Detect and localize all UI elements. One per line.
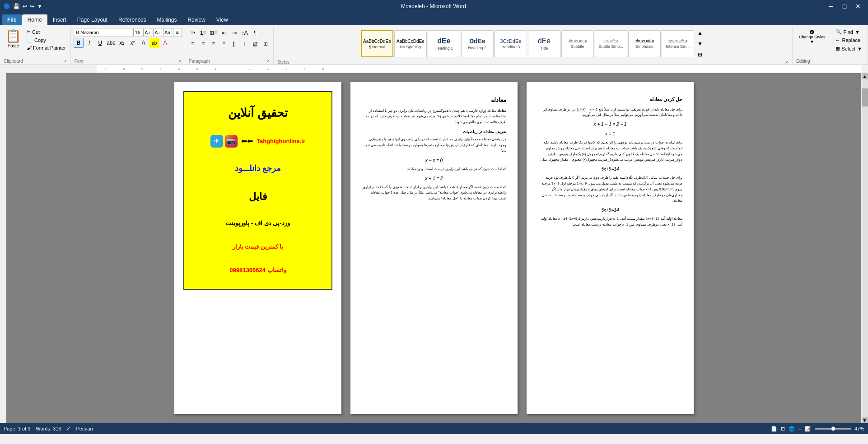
style-subtle-emph[interactable]: CcDdEe Subtle Emp... bbox=[595, 30, 627, 57]
align-center-button[interactable]: ≡ bbox=[198, 39, 208, 49]
cut-icon: ✂ bbox=[27, 29, 31, 35]
zoom-slider[interactable] bbox=[815, 428, 851, 430]
bold-button[interactable]: B bbox=[74, 38, 84, 48]
font-controls: 16 A↑ A↓ Aa ≡ B I U abc x₂ x² A bbox=[74, 28, 182, 59]
minimize-button[interactable]: ─ bbox=[825, 0, 837, 13]
tab-references[interactable]: References bbox=[113, 14, 151, 25]
find-button[interactable]: 🔍 Find ▼ bbox=[833, 28, 865, 36]
tab-view[interactable]: View bbox=[211, 14, 233, 25]
view-web-icon[interactable]: 🌐 bbox=[789, 426, 795, 432]
style-heading2[interactable]: DdEe Heading 2 bbox=[461, 30, 494, 57]
style-heading2-preview: DdEe bbox=[469, 37, 485, 45]
copy-button[interactable]: 📄 Copy bbox=[25, 36, 68, 44]
multilevel-list-button[interactable]: ⊞≡ bbox=[209, 28, 219, 38]
view-print-icon[interactable]: 📄 bbox=[771, 426, 777, 432]
replace-icon: ↔ bbox=[835, 37, 840, 43]
view-outline-icon[interactable]: ≡ bbox=[798, 426, 801, 431]
tab-insert[interactable]: Insert bbox=[47, 14, 72, 25]
quick-access-undo[interactable]: ↩ bbox=[23, 3, 27, 9]
quick-access-save[interactable]: 💾 bbox=[13, 3, 20, 9]
paragraph-dialog-icon[interactable]: ↗ bbox=[266, 59, 270, 64]
superscript-button[interactable]: x² bbox=[128, 38, 138, 48]
quick-access-more[interactable]: ▼ bbox=[37, 3, 42, 9]
page1-social-icons: 📷 ✈ bbox=[210, 135, 238, 148]
style-intense-em[interactable]: 1bCcDdEe Intense Em... bbox=[662, 30, 694, 57]
vertical-scrollbar[interactable]: ▲ ▼ bbox=[861, 73, 868, 423]
text-highlight-button[interactable]: ab bbox=[149, 38, 159, 48]
bullets-button[interactable]: ≡• bbox=[188, 28, 198, 38]
page3-math1: x + 1 − 1 = 2 − 1 bbox=[538, 121, 682, 128]
numbering-button[interactable]: 1≡ bbox=[198, 28, 208, 38]
tab-page-layout[interactable]: Page Layout bbox=[72, 14, 113, 25]
page1-products: فایل bbox=[249, 189, 267, 204]
scrollbar-up-button[interactable]: ▲ bbox=[862, 73, 868, 79]
show-formatting-button[interactable]: ¶ bbox=[250, 28, 260, 38]
align-left-button[interactable]: ≡ bbox=[188, 39, 198, 49]
tab-mailings[interactable]: Mailings bbox=[151, 14, 182, 25]
style-heading1[interactable]: dEe Heading 1 bbox=[428, 30, 460, 57]
columns-button[interactable]: || bbox=[229, 39, 239, 49]
quick-access-redo[interactable]: ↪ bbox=[30, 3, 34, 9]
change-styles-button[interactable]: 🅐 Change Styles ▼ bbox=[795, 28, 829, 46]
text-effects-button[interactable]: A bbox=[139, 38, 149, 48]
style-subtitle[interactable]: 3bCcDdEe Subtitle bbox=[561, 30, 594, 57]
styles-scroll-up[interactable]: ▲ bbox=[695, 28, 705, 38]
style-emphasis[interactable]: 3bCcDdEe Emphasis bbox=[628, 30, 661, 57]
style-title[interactable]: dEe Title bbox=[528, 30, 560, 57]
align-right-button[interactable]: ≡ bbox=[209, 39, 219, 49]
tab-review[interactable]: Review bbox=[182, 14, 210, 25]
paste-button[interactable]: 📋 Paste bbox=[3, 28, 24, 50]
page3-title: حل کردن معادله bbox=[538, 96, 682, 103]
page2-section1-title: تعریف معادله در ریاضیات bbox=[362, 129, 506, 135]
decrease-font-button[interactable]: A↓ bbox=[153, 28, 162, 37]
underline-button[interactable]: U bbox=[95, 38, 105, 48]
tab-file[interactable]: File bbox=[2, 14, 22, 25]
page2-intro: معادله معادله (واژه فارسی: هم چندی یا هم… bbox=[362, 108, 506, 125]
replace-button[interactable]: ↔ Replace bbox=[833, 37, 865, 44]
select-button[interactable]: ▦ Select ▼ bbox=[833, 45, 865, 52]
clipboard-dialog-icon[interactable]: ↗ bbox=[63, 59, 67, 64]
sort-button[interactable]: ↕A bbox=[240, 28, 250, 38]
styles-more[interactable]: ⊞ bbox=[695, 50, 705, 60]
tab-home[interactable]: Home bbox=[22, 14, 47, 25]
view-draft-icon[interactable]: 📝 bbox=[805, 426, 811, 432]
change-styles-content: 🅐 Change Styles ▼ 🔍 Find ▼ ↔ Replace bbox=[795, 28, 865, 59]
scrollbar-thumb[interactable] bbox=[862, 88, 868, 106]
font-color-button[interactable]: A bbox=[160, 38, 170, 48]
italic-button[interactable]: I bbox=[84, 38, 94, 48]
borders-button[interactable]: ⊞ bbox=[261, 39, 271, 49]
title-bar-left: 🔵 💾 ↩ ↪ ▼ bbox=[4, 3, 42, 9]
view-fullscreen-icon[interactable]: ⊞ bbox=[781, 426, 785, 432]
style-heading3[interactable]: 3CcDdEe Heading 3 bbox=[495, 30, 527, 57]
format-painter-button[interactable]: 🖌 Format Painter bbox=[25, 44, 68, 51]
style-normal[interactable]: AaBbCcDdEe ¶ Normal bbox=[361, 30, 393, 57]
line-spacing-button[interactable]: ↕ bbox=[240, 39, 250, 49]
style-heading1-preview: dEe bbox=[437, 37, 450, 45]
paragraph-controls: ≡• 1≡ ⊞≡ ⇤ ⇥ ↕A ¶ ≡ ≡ ≡ ≡ || ↕ bbox=[188, 28, 271, 59]
style-heading3-preview: 3CcDdEe bbox=[500, 38, 521, 44]
subscript-button[interactable]: x₂ bbox=[117, 38, 127, 48]
styles-scroll-down[interactable]: ▼ bbox=[695, 39, 705, 49]
justify-button[interactable]: ≡ bbox=[219, 39, 229, 49]
cut-button[interactable]: ✂ Cut bbox=[25, 28, 68, 36]
font-dialog-icon[interactable]: ↗ bbox=[177, 59, 181, 64]
clipboard-small-buttons: ✂ Cut 📄 Copy 🖌 Format Painter bbox=[25, 28, 68, 51]
style-heading3-label: Heading 3 bbox=[501, 45, 520, 49]
clear-format-button[interactable]: Aa bbox=[163, 28, 172, 37]
ribbon-group-styles: AaBbCcDdEe ¶ Normal AaBbCcDdEe No Spacin… bbox=[274, 27, 793, 65]
font-size-input[interactable]: 16 bbox=[133, 28, 142, 37]
style-subtitle-preview: 3bCcDdEe bbox=[568, 39, 588, 43]
font-name-input[interactable] bbox=[74, 28, 132, 37]
styles-dialog-icon[interactable]: ↗ bbox=[785, 60, 789, 65]
scrollbar-down-button[interactable]: ▼ bbox=[862, 417, 868, 423]
increase-font-button[interactable]: A↑ bbox=[143, 28, 152, 37]
increase-indent-button[interactable]: ⇥ bbox=[229, 28, 239, 38]
word-count: Words: 316 bbox=[36, 426, 61, 431]
shading-button[interactable]: ▧ bbox=[250, 39, 260, 49]
maximize-button[interactable]: □ bbox=[838, 0, 851, 13]
close-button[interactable]: ✕ bbox=[852, 0, 864, 13]
decrease-indent-button[interactable]: ⇤ bbox=[219, 28, 229, 38]
change-case-button[interactable]: ≡ bbox=[173, 28, 182, 37]
strikethrough-button[interactable]: abc bbox=[106, 38, 116, 48]
style-no-spacing[interactable]: AaBbCcDdEe No Spacing bbox=[394, 30, 427, 57]
